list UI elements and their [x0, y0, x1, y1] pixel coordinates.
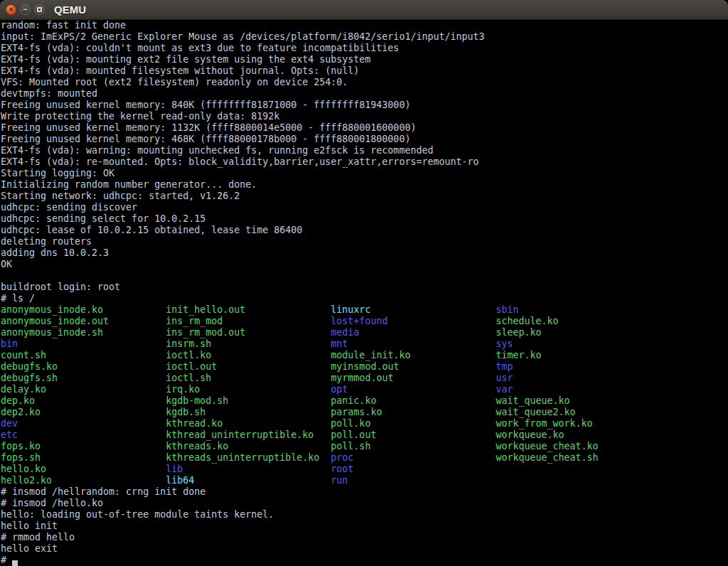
- console-line: EXT4-fs (vda): mounted filesystem withou…: [1, 65, 728, 77]
- ls-entry: kthread_uninterruptible.ko: [166, 429, 331, 440]
- console-line: # insmod /hellrandom: crng init done: [1, 486, 728, 498]
- console-line: adding dns 10.0.2.3: [1, 247, 728, 259]
- ls-entry: usr: [496, 373, 661, 383]
- console-line: udhcpc: sending discover: [1, 202, 728, 213]
- maximize-icon: [37, 7, 42, 12]
- ls-entry: proc: [331, 452, 496, 463]
- console-line: buildroot login: root: [1, 282, 728, 293]
- minimize-icon: −: [23, 6, 27, 14]
- ls-entry: hello2.ko: [1, 475, 166, 486]
- console-line: udhcpc: lease of 10.0.2.15 obtained, lea…: [1, 225, 728, 236]
- ls-entry: etc: [1, 429, 166, 440]
- console-line: hello2.ko lib64 run: [1, 475, 728, 486]
- ls-entry: anonymous_inode.sh: [1, 327, 166, 338]
- console-line: EXT4-fs (vda): mounting ext2 file system…: [1, 54, 728, 65]
- ls-entry: poll.sh: [331, 441, 496, 452]
- ls-entry: run: [331, 475, 496, 486]
- console-line: Freeing unused kernel memory: 1132K (fff…: [1, 122, 728, 134]
- console-line: [1, 270, 728, 282]
- ls-entry: kgdb.sh: [166, 407, 331, 417]
- console-line: VFS: Mounted root (ext2 filesystem) read…: [1, 77, 728, 88]
- ls-entry: fops.sh: [1, 452, 166, 463]
- console-line: debugfs.ko ioctl.out myinsmod.out tmp: [1, 361, 728, 373]
- console-line: random: fast init done: [1, 20, 728, 31]
- terminal-screen[interactable]: random: fast init doneinput: ImExPS/2 Ge…: [0, 20, 728, 566]
- console-line: hello.ko lib root: [1, 464, 728, 475]
- ls-entry: dev: [1, 418, 166, 429]
- ls-entry: var: [496, 384, 661, 395]
- ls-entry: kthread.ko: [166, 418, 331, 429]
- ls-entry: sbin: [496, 304, 661, 315]
- close-button[interactable]: ×: [6, 4, 16, 15]
- ls-entry: delay.ko: [1, 384, 166, 395]
- ls-entry: root: [331, 464, 496, 474]
- ls-entry: workqueue_cheat.ko: [496, 441, 661, 452]
- ls-entry: myinsmod.out: [331, 361, 496, 372]
- ls-entry: tmp: [496, 361, 661, 372]
- console-line: anonymous_inode.sh ins_rm_mod.out media …: [1, 327, 728, 338]
- ls-entry: irq.ko: [166, 384, 331, 395]
- console-line: #: [1, 555, 728, 566]
- console-line: Starting network: udhcpc: started, v1.26…: [1, 191, 728, 202]
- ls-entry: ioctl.out: [166, 361, 331, 372]
- console-line: OK: [1, 259, 728, 270]
- ls-entry: kgdb-mod.sh: [166, 395, 331, 406]
- console-line: EXT4-fs (vda): re-mounted. Opts: block_v…: [1, 156, 728, 168]
- console-line: hello exit: [1, 543, 728, 555]
- minimize-button[interactable]: −: [20, 4, 31, 15]
- console-line: fops.sh kthreads_uninterruptible.ko proc…: [1, 452, 728, 464]
- ls-entry: kthreads.ko: [166, 441, 331, 452]
- ls-entry: dep2.ko: [1, 407, 166, 417]
- ls-entry: mnt: [331, 338, 496, 349]
- ls-entry: wait_queue.ko: [496, 395, 661, 406]
- ls-entry: ins_rm_mod: [166, 316, 331, 326]
- ls-entry: fops.ko: [1, 441, 166, 452]
- console-line: dev kthread.ko poll.ko work_from_work.ko: [1, 418, 728, 429]
- console-line: EXT4-fs (vda): warning: mounting uncheck…: [1, 145, 728, 156]
- ls-entry: workqueue_cheat.sh: [496, 452, 661, 463]
- ls-entry: work_from_work.ko: [496, 418, 661, 429]
- ls-entry: sleep.ko: [496, 327, 661, 338]
- ls-entry: anonymous_inode.out: [1, 316, 166, 326]
- ls-entry: lib64: [166, 475, 331, 486]
- ls-entry: poll.out: [331, 429, 496, 440]
- console-line: Initializing random number generator... …: [1, 179, 728, 191]
- window-titlebar[interactable]: × − QEMU: [0, 0, 728, 20]
- console-line: input: ImExPS/2 Generic Explorer Mouse a…: [1, 31, 728, 43]
- ls-entry: timer.ko: [496, 350, 661, 361]
- console-line: # rmmod hello: [1, 532, 728, 543]
- ls-entry: init_hello.out: [166, 304, 331, 315]
- console-line: hello: loading out-of-tree module taints…: [1, 509, 728, 520]
- console-line: EXT4-fs (vda): couldn't mount as ext3 du…: [1, 43, 728, 54]
- console-line: # insmod /hello.ko: [1, 498, 728, 509]
- terminal-cursor: [12, 560, 18, 566]
- maximize-button[interactable]: [34, 4, 45, 15]
- console-line: Freeing unused kernel memory: 840K (ffff…: [1, 100, 728, 111]
- console-line: debugfs.sh ioctl.sh myrmmod.out usr: [1, 373, 728, 384]
- ls-entry: anonymous_inode.ko: [1, 304, 166, 315]
- ls-entry: workqueue.ko: [496, 429, 661, 440]
- console-line: anonymous_inode.out ins_rm_mod lost+foun…: [1, 316, 728, 327]
- console-line: Freeing unused kernel memory: 468K (ffff…: [1, 134, 728, 145]
- console-line: devtmpfs: mounted: [1, 88, 728, 100]
- console-line: fops.ko kthreads.ko poll.sh workqueue_ch…: [1, 441, 728, 452]
- ls-entry: dep.ko: [1, 395, 166, 406]
- console-line: count.sh ioctl.ko module_init.ko timer.k…: [1, 350, 728, 361]
- ls-entry: bin: [1, 338, 166, 349]
- console-line: dep2.ko kgdb.sh params.ko wait_queue2.ko: [1, 407, 728, 418]
- console-line: dep.ko kgdb-mod.sh panic.ko wait_queue.k…: [1, 395, 728, 407]
- window-title: QEMU: [54, 4, 86, 16]
- console-line: delay.ko irq.ko opt var: [1, 384, 728, 395]
- ls-entry: hello.ko: [1, 464, 166, 474]
- console-line: hello init: [1, 520, 728, 532]
- ls-entry: debugfs.ko: [1, 361, 166, 372]
- close-icon: ×: [9, 6, 13, 14]
- ls-entry: ins_rm_mod.out: [166, 327, 331, 338]
- ls-entry: poll.ko: [331, 418, 496, 429]
- console-line: etc kthread_uninterruptible.ko poll.out …: [1, 429, 728, 441]
- ls-entry: kthreads_uninterruptible.ko: [166, 452, 331, 463]
- ls-entry: params.ko: [331, 407, 496, 417]
- ls-entry: insrm.sh: [166, 338, 331, 349]
- console-line: udhcpc: sending select for 10.0.2.15: [1, 213, 728, 225]
- ls-entry: count.sh: [1, 350, 166, 361]
